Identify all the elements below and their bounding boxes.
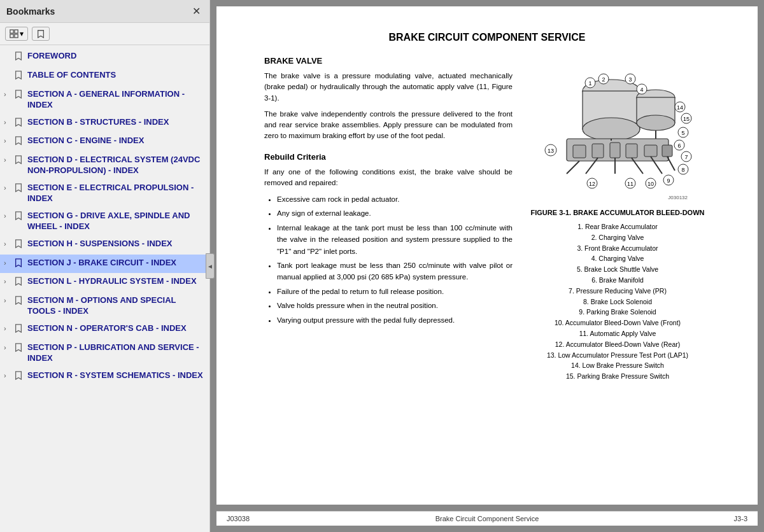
sidebar-item-label: SECTION L - HYDRAULIC SYSTEM - INDEX: [27, 276, 204, 287]
chevron-icon: ›: [4, 296, 13, 305]
svg-point-7: [583, 118, 640, 141]
sidebar-title: Bookmarks: [6, 6, 55, 17]
brake-valve-para1: The brake valve is a pressure modulating…: [264, 71, 513, 104]
svg-text:2: 2: [602, 76, 605, 83]
bookmark-icon: [14, 258, 24, 270]
sidebar-item-section-m[interactable]: ›SECTION M - OPTIONS AND SPECIAL TOOLS -…: [0, 292, 209, 320]
sidebar-item-label: SECTION M - OPTIONS AND SPECIAL TOOLS - …: [27, 295, 204, 317]
rebuild-list-item: Failure of the pedal to return to full r…: [277, 286, 513, 297]
figure-legend: 1. Rear Brake Accumulator2. Charging Val…: [525, 221, 710, 382]
bookmark-icon: [14, 118, 24, 130]
svg-point-10: [637, 115, 675, 130]
svg-text:11: 11: [627, 181, 633, 187]
chevron-icon: ›: [4, 239, 13, 248]
legend-item: 3. Front Brake Accumulator: [525, 243, 710, 254]
sidebar-item-label: SECTION C - ENGINE - INDEX: [27, 136, 204, 146]
sidebar-item-label: SECTION A - GENERAL INFORMATION - INDEX: [27, 89, 204, 111]
bookmark-icon: [14, 239, 24, 251]
legend-item: 11. Automatic Apply Valve: [525, 328, 710, 339]
figure-caption: FIGURE 3-1. BRAKE ACCUMULATOR BLEED-DOWN: [525, 209, 710, 216]
bookmark-icon: [14, 211, 24, 223]
legend-item: 8. Brake Lock Solenoid: [525, 297, 710, 307]
bookmark-icon: [14, 277, 24, 289]
footer-doc-number: J03038: [227, 515, 400, 522]
svg-rect-15: [592, 144, 604, 158]
svg-text:10: 10: [647, 181, 654, 187]
sidebar-item-label: SECTION R - SYSTEM SCHEMATICS - INDEX: [27, 370, 204, 381]
sidebar-item-section-b[interactable]: ›SECTION B - STRUCTURES - INDEX: [0, 114, 209, 133]
sidebar-item-section-g[interactable]: ›SECTION G - DRIVE AXLE, SPINDLE AND WHE…: [0, 207, 209, 235]
svg-text:3: 3: [628, 76, 632, 83]
legend-item: 2. Charging Valve: [525, 232, 710, 243]
sidebar-item-section-e[interactable]: ›SECTION E - ELECTRICAL PROPULSION - IND…: [0, 179, 209, 207]
rebuild-list-item: Varying output pressure with the pedal f…: [277, 314, 513, 326]
sidebar-item-section-p[interactable]: ›SECTION P - LUBRICATION AND SERVICE - I…: [0, 339, 209, 367]
chevron-icon: ›: [4, 277, 13, 286]
collapse-sidebar-button[interactable]: ◄: [206, 253, 215, 279]
svg-text:12: 12: [589, 181, 595, 187]
svg-text:13: 13: [548, 148, 554, 154]
sidebar-item-label: SECTION G - DRIVE AXLE, SPINDLE AND WHEE…: [27, 211, 204, 232]
svg-text:J030132: J030132: [668, 195, 688, 200]
sidebar-item-section-a[interactable]: ›SECTION A - GENERAL INFORMATION - INDEX: [0, 86, 209, 114]
chevron-icon: ›: [4, 343, 13, 352]
rebuild-intro: If any one of the following conditions e…: [264, 167, 513, 189]
sidebar-item-label: SECTION J - BRAKE CIRCUIT - INDEX: [27, 258, 204, 269]
rebuild-criteria-heading: Rebuild Criteria: [264, 152, 513, 162]
chevron-icon: ›: [4, 90, 13, 99]
chevron-icon: ›: [4, 324, 13, 333]
brake-valve-heading: BRAKE VALVE: [264, 56, 513, 66]
bookmark-icon: [14, 371, 24, 383]
figure-area: 1 2 3 4: [525, 56, 710, 382]
bookmarks-panel: Bookmarks ✕ ▾ FOREWORDTABLE OF CONTENTS›…: [0, 0, 210, 532]
sidebar-toolbar: ▾: [0, 23, 209, 45]
document-footer: J03038 Brake Circuit Component Service J…: [216, 511, 758, 526]
rebuild-list-item: Tank port leakage must be less than 250 …: [277, 260, 513, 283]
expand-all-button[interactable]: ▾: [5, 27, 28, 41]
legend-item: 12. Accumulator Bleed-Down Valve (Rear): [525, 339, 710, 350]
sidebar-item-section-l[interactable]: ›SECTION L - HYDRAULIC SYSTEM - INDEX: [0, 273, 209, 292]
bookmark-list: FOREWORDTABLE OF CONTENTS›SECTION A - GE…: [0, 45, 209, 532]
sidebar-item-section-n[interactable]: ›SECTION N - OPERATOR'S CAB - INDEX: [0, 320, 209, 339]
sidebar-item-label: SECTION B - STRUCTURES - INDEX: [27, 117, 204, 128]
bookmark-icon: [36, 29, 45, 38]
svg-rect-2: [10, 34, 13, 38]
rebuild-list: Excessive cam rock in pedal actuator.Any…: [264, 193, 513, 326]
sidebar-item-label: SECTION H - SUSPENSIONS - INDEX: [27, 239, 204, 249]
brake-valve-para2: The brake valve independently controls t…: [264, 109, 513, 142]
chevron-icon: ›: [4, 258, 13, 267]
chevron-icon: ›: [4, 136, 13, 145]
legend-item: 1. Rear Brake Accumulator: [525, 221, 710, 232]
sidebar-item-section-d[interactable]: ›SECTION D - ELECTRICAL SYSTEM (24VDC NO…: [0, 151, 209, 179]
document-view: BRAKE CIRCUIT COMPONENT SERVICE BRAKE VA…: [216, 6, 758, 505]
sidebar-item-section-j[interactable]: ›SECTION J - BRAKE CIRCUIT - INDEX: [0, 255, 209, 274]
chevron-icon: ›: [4, 118, 13, 127]
bookmark-icon: [14, 155, 24, 167]
sidebar-item-foreword[interactable]: FOREWORD: [0, 48, 209, 67]
chevron-icon: ›: [4, 371, 13, 380]
sidebar-item-section-c[interactable]: ›SECTION C - ENGINE - INDEX: [0, 132, 209, 151]
svg-rect-0: [10, 30, 13, 33]
svg-rect-3: [15, 34, 18, 38]
svg-text:6: 6: [677, 143, 681, 149]
sidebar-item-toc[interactable]: TABLE OF CONTENTS: [0, 67, 209, 86]
sidebar-item-section-h[interactable]: ›SECTION H - SUSPENSIONS - INDEX: [0, 235, 209, 255]
bookmark-icon: [14, 71, 24, 83]
legend-item: 15. Parking Brake Pressure Switch: [525, 371, 710, 382]
sidebar-item-section-r[interactable]: ›SECTION R - SYSTEM SCHEMATICS - INDEX: [0, 367, 209, 386]
svg-rect-14: [573, 145, 586, 158]
rebuild-list-item: Internal leakage at the tank port must b…: [277, 222, 513, 257]
document-title: BRAKE CIRCUIT COMPONENT SERVICE: [264, 32, 710, 43]
svg-text:14: 14: [677, 104, 683, 111]
svg-rect-18: [644, 145, 657, 157]
svg-text:9: 9: [667, 178, 670, 184]
sidebar-item-label: SECTION N - OPERATOR'S CAB - INDEX: [27, 323, 204, 334]
legend-item: 10. Accumulator Bleed-Down Valve (Front): [525, 318, 710, 328]
document-page: BRAKE CIRCUIT COMPONENT SERVICE BRAKE VA…: [232, 6, 742, 407]
sidebar-item-label: SECTION E - ELECTRICAL PROPULSION - INDE…: [27, 183, 204, 204]
svg-rect-17: [626, 144, 637, 158]
chevron-icon: ›: [4, 155, 13, 164]
close-button[interactable]: ✕: [190, 5, 203, 17]
document-right-column: 1 2 3 4: [525, 56, 710, 382]
bookmark-view-button[interactable]: [32, 27, 50, 41]
